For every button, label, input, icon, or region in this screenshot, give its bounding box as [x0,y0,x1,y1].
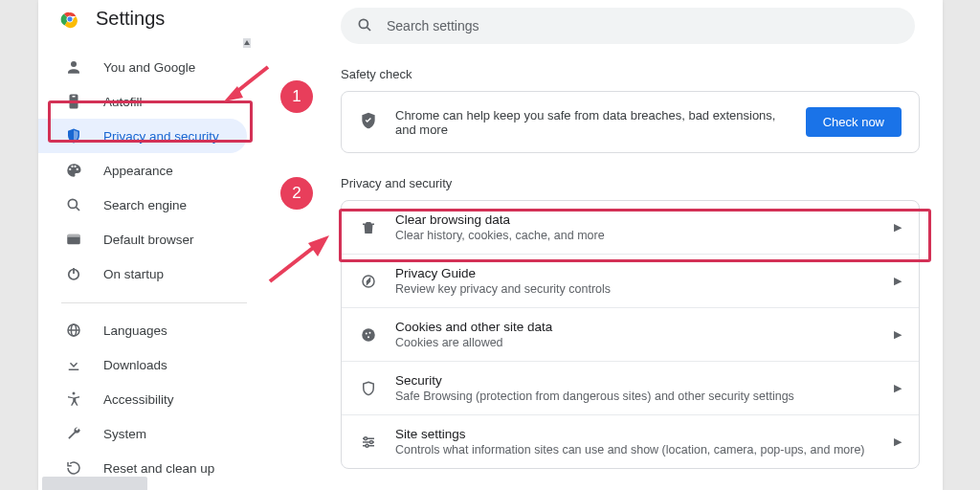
sidebar-item-accessibility[interactable]: Accessibility [38,382,247,416]
row-title: Site settings [395,427,877,441]
sidebar: You and Google Autofill Privacy and secu… [38,42,247,485]
row-clear-browsing-data[interactable]: Clear browsing data Clear history, cooki… [342,201,919,254]
shield-outline-icon [359,379,378,398]
chrome-logo-icon [59,9,80,30]
row-subtitle: Clear history, cookies, cache, and more [395,229,877,242]
sidebar-item-label: On startup [103,267,164,281]
sidebar-item-label: Reset and clean up [103,461,214,476]
shield-check-icon [359,111,378,133]
search-icon [65,196,82,213]
row-title: Security [395,373,877,388]
safety-check-heading: Safety check [341,67,934,81]
chevron-right-icon: ▶ [894,435,902,448]
svg-point-14 [359,19,368,28]
main-content: Search settings Safety check Chrome can … [341,0,942,469]
download-icon [65,356,82,373]
sidebar-item-label: Languages [103,323,167,338]
search-placeholder: Search settings [387,18,479,33]
settings-window: Settings You and Google Autofill Privacy… [38,0,943,490]
sidebar-item-autofill[interactable]: Autofill [38,84,247,119]
sidebar-item-default-browser[interactable]: Default browser [38,222,247,256]
sidebar-item-label: System [103,427,146,441]
search-icon [356,16,373,36]
row-title: Privacy Guide [395,266,877,280]
wrench-icon [65,425,82,442]
person-icon [65,58,82,76]
sidebar-item-label: Search engine [103,198,187,212]
privacy-heading: Privacy and security [341,176,934,190]
chevron-right-icon: ▶ [894,328,902,341]
privacy-card: Clear browsing data Clear history, cooki… [341,200,920,469]
svg-point-21 [368,336,369,338]
chevron-right-icon: ▶ [894,221,902,234]
clipboard-icon [65,93,82,110]
check-now-button[interactable]: Check now [806,107,902,137]
svg-point-25 [365,436,368,439]
row-subtitle: Cookies are allowed [395,336,877,349]
trash-icon [359,218,378,237]
browser-icon [65,231,82,248]
shield-icon [65,127,82,145]
sidebar-item-search-engine[interactable]: Search engine [38,188,247,222]
compass-icon [359,272,378,291]
row-site-settings[interactable]: Site settings Controls what information … [342,414,919,468]
accessibility-icon [65,390,82,408]
safety-check-text: Chrome can help keep you safe from data … [395,108,789,137]
svg-point-26 [370,440,373,443]
svg-point-4 [68,199,77,208]
svg-point-18 [362,328,375,342]
svg-point-19 [366,332,368,334]
sidebar-item-on-startup[interactable]: On startup [38,256,247,291]
row-subtitle: Safe Browsing (protection from dangerous… [395,390,877,403]
restore-icon [65,459,82,477]
chevron-right-icon: ▶ [894,275,902,287]
safety-check-card: Chrome can help keep you safe from data … [341,91,920,153]
svg-line-5 [76,207,79,211]
sidebar-item-label: Privacy and security [103,129,219,144]
svg-line-15 [367,27,370,31]
sidebar-item-privacy-security[interactable]: Privacy and security [38,119,247,153]
sidebar-item-appearance[interactable]: Appearance [38,153,247,188]
svg-point-27 [366,444,368,447]
sidebar-item-label: Downloads [103,358,167,372]
tune-icon [359,433,378,452]
sidebar-item-languages[interactable]: Languages [38,313,247,347]
chevron-right-icon: ▶ [894,382,902,394]
svg-marker-17 [368,278,370,284]
svg-rect-7 [67,234,80,237]
sidebar-item-label: Default browser [103,233,194,247]
sidebar-divider [61,302,247,303]
svg-point-20 [369,331,371,333]
row-subtitle: Controls what information sites can use … [395,443,877,457]
search-input[interactable]: Search settings [341,8,915,44]
row-security[interactable]: Security Safe Browsing (protection from … [342,361,919,414]
sidebar-item-label: Appearance [103,164,173,178]
cookie-icon [359,325,378,345]
svg-point-3 [71,61,77,67]
row-title: Clear browsing data [395,212,877,227]
sidebar-item-label: Accessibility [103,392,174,407]
row-cookies[interactable]: Cookies and other site data Cookies are … [342,307,919,361]
globe-icon [65,322,82,339]
status-bar-fragment [42,477,147,490]
sidebar-item-system[interactable]: System [38,416,247,451]
page-title: Settings [96,8,165,30]
sidebar-item-downloads[interactable]: Downloads [38,347,247,382]
sidebar-item-label: Autofill [103,95,143,109]
row-subtitle: Review key privacy and security controls [395,282,877,296]
svg-point-13 [73,392,76,395]
row-privacy-guide[interactable]: Privacy Guide Review key privacy and sec… [342,254,919,307]
sidebar-item-you-and-google[interactable]: You and Google [38,50,247,84]
palette-icon [65,162,82,179]
row-title: Cookies and other site data [395,320,877,334]
sidebar-item-label: You and Google [103,60,195,75]
header: Settings [59,8,165,30]
power-icon [65,265,82,282]
